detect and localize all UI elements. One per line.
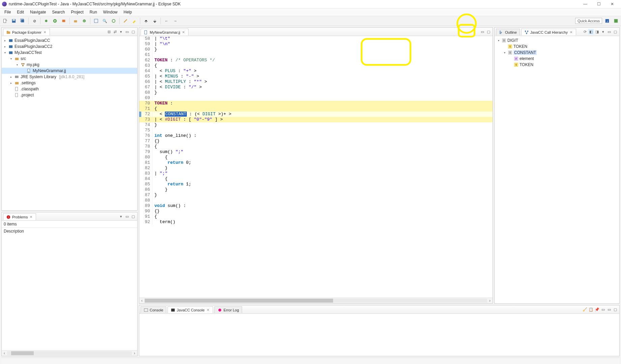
maximize-view-button[interactable]: ▢ <box>486 29 491 34</box>
project-row[interactable]: ▾ MyJavaCCTest <box>2 50 137 56</box>
file-row[interactable]: .classpath <box>2 86 137 92</box>
tree-row[interactable]: t TOKEN <box>495 62 619 68</box>
refresh-button[interactable]: ⟳ <box>582 29 588 34</box>
new-button[interactable] <box>1 17 9 25</box>
svg-rect-20 <box>9 52 13 54</box>
tree-row[interactable]: r element <box>495 56 619 62</box>
svg-rect-28 <box>16 76 17 78</box>
maximize-view-button[interactable]: ▢ <box>613 29 618 34</box>
display-console-button[interactable]: ▭ <box>600 307 606 312</box>
source-folder-row[interactable]: ▾ src <box>2 56 137 62</box>
clear-console-button[interactable]: 🧹 <box>582 307 588 312</box>
svg-rect-19 <box>9 46 13 48</box>
debug-button[interactable] <box>42 17 50 25</box>
package-explorer-tab[interactable]: Package Explorer ✕ <box>3 29 50 35</box>
call-hierarchy-tree[interactable]: ▾ i DIGIT t TOKEN ▾ i CONSTANT r e <box>495 36 619 69</box>
maximize-view-button[interactable]: ▢ <box>130 29 136 34</box>
minimize-view-button[interactable]: ▭ <box>124 29 130 34</box>
package-row[interactable]: ▾ my.pkg <box>2 62 137 68</box>
problems-column-header[interactable]: Description <box>2 228 137 235</box>
call-hierarchy-tab[interactable]: JavaCC Call Hierarchy ✕ <box>521 29 576 35</box>
view-menu-button[interactable]: ▾ <box>118 214 124 219</box>
open-type-button[interactable] <box>92 17 100 25</box>
folder-icon <box>14 81 19 85</box>
tree-row[interactable]: t TOKEN <box>495 43 619 50</box>
back-button[interactable]: ← <box>163 17 170 25</box>
close-icon[interactable]: ✕ <box>181 30 185 34</box>
minimize-button[interactable]: — <box>579 0 592 8</box>
perspective-debug-button[interactable] <box>612 17 620 25</box>
prev-annot-button[interactable]: ⬘ <box>142 17 150 25</box>
menu-file[interactable]: File <box>1 9 14 15</box>
link-editor-button[interactable]: ⇄ <box>112 29 118 34</box>
file-row[interactable]: .project <box>2 92 137 98</box>
minimize-view-button[interactable]: ▭ <box>607 29 612 34</box>
svg-point-5 <box>45 20 48 22</box>
svg-rect-42 <box>144 308 148 311</box>
minimize-view-button[interactable]: ▭ <box>607 307 612 312</box>
minimize-view-button[interactable]: ▭ <box>480 29 485 34</box>
call-hierarchy-icon <box>524 30 529 35</box>
close-icon[interactable]: ✕ <box>569 30 573 34</box>
collapse-all-button[interactable]: ⊟ <box>106 29 112 34</box>
error-log-tab[interactable]: Error Log <box>214 306 242 313</box>
editor-tab[interactable]: MyNewGrammar.jj ✕ <box>141 29 188 35</box>
javacc-console-tab[interactable]: JavaCC Console ✕ <box>168 306 213 313</box>
quick-access[interactable]: Quick Access <box>575 18 602 24</box>
menu-search[interactable]: Search <box>49 9 68 15</box>
callees-button[interactable]: ◨ <box>594 29 600 34</box>
editor-content[interactable]: 58| "\t"59| "\n"60}6162TOKEN : /* OPERAT… <box>139 36 493 225</box>
project-row[interactable]: ▸ EssaiPluginJavaCC2 <box>2 43 137 50</box>
svg-point-44 <box>218 308 221 311</box>
maximize-button[interactable]: ☐ <box>592 0 605 8</box>
problems-tab[interactable]: ! Problems ✕ <box>3 213 36 220</box>
package-explorer-tree[interactable]: ▸ EssaiPluginJavaCC ▸ EssaiPluginJavaCC2… <box>2 36 137 99</box>
menu-run[interactable]: Run <box>87 9 100 15</box>
console-tab[interactable]: Console <box>141 306 166 313</box>
ext-tools-button[interactable] <box>60 17 67 25</box>
menu-navigate[interactable]: Navigate <box>27 9 49 15</box>
skip-breakpoints-button[interactable]: ⊘ <box>31 17 38 25</box>
history-button[interactable]: ▾ <box>600 29 606 34</box>
outline-tab[interactable]: Outline <box>496 29 520 35</box>
close-icon[interactable]: ✕ <box>206 308 210 312</box>
menu-window[interactable]: Window <box>100 9 121 15</box>
problems-view: ! Problems ✕ ▾ ▭ ▢ 0 items Description ‹… <box>1 212 138 356</box>
editor-hscrollbar[interactable]: ‹› <box>139 298 493 303</box>
close-window-button[interactable]: ✕ <box>605 0 619 8</box>
file-row[interactable]: jj MyNewGrammar.jj <box>2 68 137 74</box>
menu-project[interactable]: Project <box>68 9 86 15</box>
menu-edit[interactable]: Edit <box>14 9 27 15</box>
save-button[interactable] <box>10 17 18 25</box>
problems-hscrollbar[interactable]: ‹› <box>2 350 137 356</box>
perspective-java-button[interactable]: J <box>603 17 611 25</box>
maximize-view-button[interactable]: ▢ <box>613 307 618 312</box>
callers-button[interactable]: ◧ <box>588 29 594 34</box>
tree-row[interactable]: ▾ i DIGIT <box>495 37 619 43</box>
close-icon[interactable]: ✕ <box>29 215 33 219</box>
pin-console-button[interactable]: 📌 <box>594 307 600 312</box>
jre-row[interactable]: ▸ JRE System Library [jdk1.8.0_281] <box>2 74 137 80</box>
maximize-view-button[interactable]: ▢ <box>130 214 136 219</box>
menu-help[interactable]: Help <box>121 9 135 15</box>
svg-rect-21 <box>15 58 19 60</box>
view-menu-button[interactable]: ▾ <box>118 29 124 34</box>
new-class-button[interactable]: C <box>81 17 88 25</box>
node-label: TOKEN <box>513 44 527 49</box>
project-row[interactable]: ▸ EssaiPluginJavaCC <box>2 37 137 43</box>
open-task-button[interactable] <box>110 17 117 25</box>
run-button[interactable] <box>51 17 59 25</box>
folder-row[interactable]: ▸ .settings <box>2 80 137 86</box>
search-button[interactable]: 🔍 <box>101 17 109 25</box>
copy-console-button[interactable]: 📋 <box>588 307 594 312</box>
package-explorer-title: Package Explorer <box>12 30 41 34</box>
close-icon[interactable]: ✕ <box>43 30 47 34</box>
new-package-button[interactable] <box>72 17 79 25</box>
tree-row[interactable]: ▾ i CONSTANT <box>495 50 619 56</box>
save-all-button[interactable] <box>19 17 26 25</box>
toggle-mark-button[interactable] <box>122 17 129 25</box>
forward-button[interactable]: → <box>172 17 179 25</box>
next-annot-button[interactable]: ⬙ <box>151 17 158 25</box>
minimize-view-button[interactable]: ▭ <box>124 214 130 219</box>
highlight-button[interactable] <box>130 17 138 25</box>
